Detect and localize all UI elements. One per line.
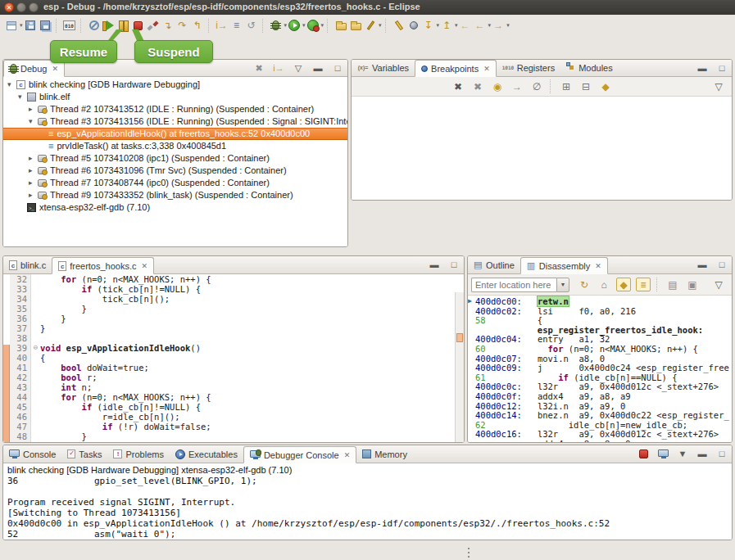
- twistie-icon[interactable]: ▾: [29, 115, 38, 128]
- build-button[interactable]: 010: [62, 19, 77, 33]
- expand-all-button[interactable]: ⊞: [559, 79, 574, 93]
- tab-debugger-console[interactable]: Debugger Console✕: [243, 446, 356, 463]
- window-maximize-icon[interactable]: [29, 2, 39, 12]
- line-number[interactable]: 41: [10, 363, 31, 373]
- step-return-button[interactable]: ↰: [190, 19, 205, 33]
- window-minimize-icon[interactable]: [16, 2, 26, 12]
- code-line[interactable]: 37}: [3, 323, 464, 333]
- minimize-button[interactable]: ▬: [695, 258, 710, 272]
- annotation-marker[interactable]: [456, 333, 463, 342]
- twistie-icon[interactable]: ▸: [29, 189, 38, 201]
- line-number[interactable]: 38: [10, 333, 31, 343]
- debug-tree-item[interactable]: ▸Thread #5 1073410208 (ipc1) (Suspended …: [3, 152, 347, 165]
- pin-view-button[interactable]: ▣: [685, 278, 700, 291]
- tab-console[interactable]: Console: [3, 445, 61, 463]
- disassembly-line[interactable]: 60 for (n=0; n<MAX_HOOKS; n++) {: [468, 344, 732, 354]
- remove-all-breakpoints-button[interactable]: ✖: [470, 79, 485, 93]
- show-breakpoints-for-button[interactable]: ◉: [490, 79, 505, 93]
- maximize-button[interactable]: □: [330, 61, 345, 75]
- disassembly-line[interactable]: 400d0c16: l32r a9, 0x400d012c <_stext+27…: [468, 429, 732, 439]
- code-line[interactable]: 36 }: [3, 314, 464, 323]
- disassembly-line[interactable]: 62 idle_cb[n]=new_idle_cb;: [468, 420, 732, 430]
- disassembly-line[interactable]: 400d0c0c: l32r a9, 0x400d012c <_stext+27…: [468, 382, 732, 391]
- location-input[interactable]: [471, 278, 556, 292]
- use-step-filters-toggle[interactable]: ≡: [229, 19, 244, 33]
- disassembly-line[interactable]: 400d0c12: l32i.n a9, a9, 0: [468, 401, 732, 411]
- code-line[interactable]: 41 bool doWait=true;: [3, 363, 464, 373]
- tab-executables[interactable]: Executables: [170, 445, 243, 463]
- debug-tree-item[interactable]: ≡esp_vApplicationIdleHook() at freertos_…: [3, 128, 347, 140]
- skip-all-breakpoints-toggle[interactable]: ∅: [529, 79, 544, 93]
- remove-selected-breakpoints-button[interactable]: ✖: [451, 79, 465, 93]
- line-number[interactable]: 39: [10, 343, 31, 353]
- disassembly-listing[interactable]: ▶400d0c00: retw.n400d0c02: lsi f0, a0, 2…: [468, 296, 732, 442]
- debug-tree-item[interactable]: ▸Thread #6 1073431096 (Tmr Svc) (Suspend…: [3, 165, 347, 177]
- step-into-button[interactable]: ↴: [161, 19, 175, 33]
- collapse-all-button[interactable]: ⊟: [578, 79, 593, 93]
- maximize-button[interactable]: □: [715, 61, 729, 75]
- home-button[interactable]: ⌂: [597, 278, 611, 291]
- tab-freertos-hooks-c[interactable]: cfreertos_hooks.c✕: [52, 257, 154, 274]
- twistie-icon[interactable]: ▾: [7, 79, 16, 91]
- forward-dropdown-icon[interactable]: ▾: [506, 22, 510, 29]
- twistie-icon[interactable]: ▸: [29, 177, 38, 189]
- code-line[interactable]: 32 for (n=0; n<MAX_HOOKS; n++) {: [3, 274, 464, 284]
- tab-problems[interactable]: !Problems: [107, 445, 169, 463]
- toggle-mark-occurrences-button[interactable]: [392, 19, 406, 33]
- tab-tasks[interactable]: Tasks: [61, 445, 107, 463]
- line-number[interactable]: 37: [10, 323, 31, 333]
- close-icon[interactable]: ✕: [52, 65, 58, 73]
- code-line[interactable]: 40{: [3, 353, 464, 363]
- disassembly-line[interactable]: 58 {: [468, 315, 732, 325]
- debug-tree-item[interactable]: ▸Thread #9 1073433352 (blink_task) (Susp…: [3, 189, 347, 201]
- disassembly-line[interactable]: 400d0c07: movi.n a8, 0: [468, 354, 732, 364]
- code-line[interactable]: 33 if (tick_cb[n]!=NULL) {: [3, 284, 464, 294]
- window-close-icon[interactable]: ✕: [4, 2, 14, 12]
- annotation-ruler[interactable]: [455, 292, 464, 442]
- disassembly-line[interactable]: 400d0c14: bnez.n a9, 0x400d0c22 <esp_reg…: [468, 410, 732, 420]
- disassembly-line[interactable]: 61 if (idle_cb[n]==NULL) {: [468, 373, 732, 382]
- line-number[interactable]: 44: [10, 392, 31, 402]
- debug-tree-item[interactable]: ▾cblink checking [GDB Hardware Debugging…: [3, 79, 347, 91]
- code-editor[interactable]: 32 for (n=0; n<MAX_HOOKS; n++) {33 if (t…: [3, 274, 464, 442]
- maximize-button[interactable]: □: [715, 447, 729, 461]
- skip-all-breakpoints-button[interactable]: [87, 19, 102, 33]
- debug-tree-item[interactable]: >_xtensa-esp32-elf-gdb (7.10): [3, 201, 347, 214]
- disassembly-line[interactable]: 400d0c02: lsi f0, a0, 216: [468, 306, 732, 316]
- maximize-button[interactable]: □: [715, 258, 729, 272]
- twistie-icon[interactable]: ▸: [29, 152, 38, 165]
- tab-outline[interactable]: ▤Outline: [468, 256, 520, 273]
- sync-active-context-toggle[interactable]: ◆: [616, 278, 631, 291]
- code-line[interactable]: 39⊖void esp_vApplicationIdleHook(): [3, 343, 464, 353]
- disconnect-button[interactable]: [146, 19, 161, 33]
- sash-drag-handle[interactable]: [468, 545, 470, 558]
- resume-button[interactable]: [102, 19, 116, 33]
- close-icon[interactable]: ✕: [142, 262, 148, 270]
- code-line[interactable]: 43 int n;: [3, 382, 464, 392]
- tab-memory[interactable]: Memory: [356, 445, 413, 463]
- profile-dropdown-icon[interactable]: ▾: [321, 22, 324, 29]
- disassembly-line[interactable]: ▶400d0c00: retw.n: [468, 296, 732, 306]
- run-button[interactable]: [287, 19, 302, 33]
- debug-button[interactable]: [269, 19, 284, 33]
- remove-all-terminated-button[interactable]: ✖: [252, 61, 266, 75]
- code-line[interactable]: 44 for (n=0; n<MAX_HOOKS; n++) {: [3, 392, 464, 402]
- maximize-button[interactable]: □: [447, 258, 461, 272]
- disassembly-line[interactable]: 400d0c09: j 0x400d0c24 <esp_register_fre…: [468, 363, 732, 373]
- twistie-icon[interactable]: ▸: [29, 165, 38, 177]
- line-number[interactable]: 40: [10, 353, 31, 363]
- tab-modules[interactable]: Modules: [560, 59, 619, 76]
- line-number[interactable]: 48: [10, 431, 31, 441]
- line-number[interactable]: 34: [10, 294, 31, 304]
- terminate-button[interactable]: [636, 447, 651, 461]
- search-marker-button[interactable]: [363, 19, 378, 33]
- minimize-button[interactable]: ▬: [695, 447, 710, 461]
- save-all-button[interactable]: [38, 19, 52, 33]
- twistie-icon[interactable]: ▸: [29, 103, 38, 115]
- line-number[interactable]: 47: [10, 422, 31, 431]
- code-line[interactable]: 47 if (!r) doWait=false;: [3, 422, 464, 431]
- back-button[interactable]: ←: [473, 19, 488, 33]
- disassembly-line[interactable]: 400d0c04: entry a1, 32: [468, 334, 732, 344]
- new-cpp-project-button[interactable]: [333, 19, 348, 33]
- code-line[interactable]: 49 }: [3, 441, 464, 443]
